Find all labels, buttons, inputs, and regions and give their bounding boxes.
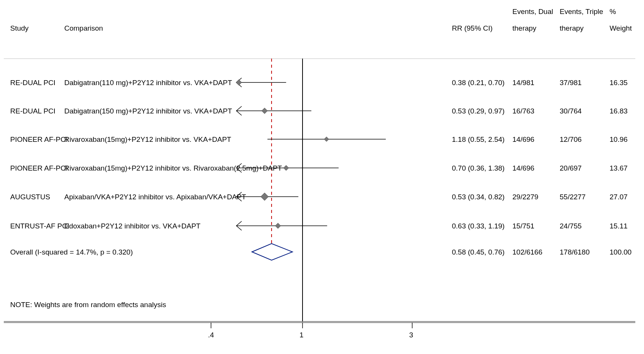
overall-label: Overall (I-squared = 14.7%, p = 0.320) xyxy=(10,248,133,256)
col-header-dual-l1: Events, Dual xyxy=(512,8,553,16)
events-triple: 12/706 xyxy=(560,135,582,144)
axis-tick-label: .4 xyxy=(208,331,214,339)
weight-pct: 16.83 xyxy=(610,107,628,115)
rr-ci: 0.38 (0.21, 0.70) xyxy=(452,79,504,87)
weight-pct: 13.67 xyxy=(610,164,628,172)
col-header-triple-l2: therapy xyxy=(560,24,583,33)
rr-ci: 1.18 (0.55, 2.54) xyxy=(452,135,504,144)
col-header-rr: RR (95% CI) xyxy=(452,24,493,33)
events-triple: 37/981 xyxy=(560,79,582,87)
weight-pct: 16.35 xyxy=(610,79,628,87)
overall-rr: 0.58 (0.45, 0.76) xyxy=(452,248,504,256)
study-name: RE-DUAL PCI xyxy=(10,79,56,87)
overall-dual: 102/6166 xyxy=(512,248,542,256)
col-header-pct: % xyxy=(610,8,616,16)
events-dual: 14/981 xyxy=(512,79,534,87)
overall-triple: 178/6180 xyxy=(560,248,590,256)
study-name: RE-DUAL PCI xyxy=(10,107,56,115)
svg-rect-6 xyxy=(262,108,267,113)
comparison-text: Apixaban/VKA+P2Y12 inhibitor vs. Apixaba… xyxy=(64,193,246,201)
svg-rect-4 xyxy=(236,79,242,85)
study-name: PIONEER AF-PCI xyxy=(10,135,68,144)
comparison-text: Dabigatran(150 mg)+P2Y12 inhibitor vs. V… xyxy=(64,107,232,115)
events-triple: 30/764 xyxy=(560,107,582,115)
forest-plot-figure: StudyComparisonRR (95% CI)Events, Dualth… xyxy=(0,0,644,354)
rr-ci: 0.63 (0.33, 1.19) xyxy=(452,222,504,230)
axis-tick-label: 1 xyxy=(299,331,304,339)
events-dual: 15/751 xyxy=(512,222,534,230)
footnote: NOTE: Weights are from random effects an… xyxy=(10,301,166,309)
comparison-text: Rivaroxaban(15mg)+P2Y12 inhibitor vs. Ri… xyxy=(64,164,282,172)
svg-rect-8 xyxy=(324,137,329,141)
weight-pct: 27.07 xyxy=(610,193,628,201)
svg-rect-10 xyxy=(284,165,289,171)
events-triple: 20/697 xyxy=(560,164,582,172)
svg-marker-15 xyxy=(252,244,292,260)
axis-tick-label: 3 xyxy=(409,331,413,339)
col-header-comparison: Comparison xyxy=(64,24,103,33)
col-header-dual-l2: therapy xyxy=(512,24,536,33)
weight-pct: 15.11 xyxy=(610,222,628,230)
comparison-text: Edoxaban+P2Y12 inhibitor vs. VKA+DAPT xyxy=(64,222,200,230)
events-dual: 14/696 xyxy=(512,164,534,172)
svg-rect-12 xyxy=(261,193,268,200)
study-name: ENTRUST-AF PCI xyxy=(10,222,69,230)
rr-ci: 0.53 (0.29, 0.97) xyxy=(452,107,504,115)
weight-pct: 10.96 xyxy=(610,135,628,144)
comparison-text: Dabigatran(110 mg)+P2Y12 inhibitor vs. V… xyxy=(64,79,232,87)
events-dual: 14/696 xyxy=(512,135,534,144)
rr-ci: 0.53 (0.34, 0.82) xyxy=(452,193,504,201)
overall-weight: 100.00 xyxy=(610,248,632,256)
comparison-text: Rivaroxaban(15mg)+P2Y12 inhibitor vs. VK… xyxy=(64,135,231,144)
study-name: PIONEER AF-PCI xyxy=(10,164,68,172)
svg-rect-14 xyxy=(275,223,281,229)
col-header-study: Study xyxy=(10,24,29,33)
events-triple: 55/2277 xyxy=(560,193,586,201)
rr-ci: 0.70 (0.36, 1.38) xyxy=(452,164,504,172)
col-header-triple-l1: Events, Triple xyxy=(560,8,603,16)
study-name: AUGUSTUS xyxy=(10,193,50,201)
events-triple: 24/755 xyxy=(560,222,582,230)
col-header-weight: Weight xyxy=(610,24,632,33)
events-dual: 16/763 xyxy=(512,107,534,115)
events-dual: 29/2279 xyxy=(512,193,538,201)
